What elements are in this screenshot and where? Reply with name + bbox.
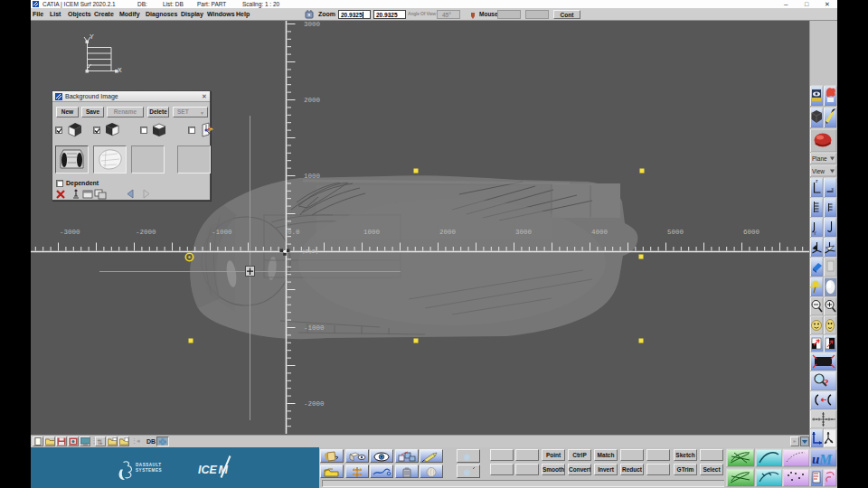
svg-text:DASSAULT: DASSAULT (136, 463, 162, 467)
svg-text:3000: 3000 (515, 229, 533, 236)
svg-text:-1000: -1000 (212, 229, 232, 236)
svg-text:View: View (812, 168, 825, 174)
svg-text:❄: ❄ (463, 452, 471, 463)
svg-text:1000: 1000 (363, 229, 381, 236)
svg-text:-2000: -2000 (304, 400, 325, 408)
svg-text:-1000: -1000 (304, 324, 325, 332)
svg-text:?: ? (824, 377, 829, 388)
svg-text:SYSTEMES: SYSTEMES (136, 468, 162, 473)
svg-text:2000: 2000 (304, 97, 321, 104)
svg-text:❄: ❄ (463, 467, 471, 478)
svg-text:Plane: Plane (812, 155, 827, 162)
svg-text:⇅: ⇅ (97, 438, 103, 446)
svg-text:ICE: ICE (198, 464, 218, 476)
svg-text:-3000: -3000 (60, 229, 80, 236)
svg-text:M: M (818, 452, 833, 467)
svg-text:-2000: -2000 (136, 229, 156, 236)
svg-text:|Ø|Ø|: |Ø|Ø| (302, 249, 318, 255)
svg-text:5000: 5000 (667, 229, 684, 236)
svg-text:3000: 3000 (304, 21, 321, 28)
svg-text:Y: Y (90, 33, 94, 41)
svg-text:0.0: 0.0 (288, 229, 300, 236)
svg-text:2000: 2000 (439, 229, 457, 236)
svg-text:X: X (118, 66, 122, 74)
svg-text:4000: 4000 (591, 229, 609, 236)
svg-text:1000: 1000 (304, 173, 321, 180)
svg-text:6000: 6000 (743, 229, 760, 236)
